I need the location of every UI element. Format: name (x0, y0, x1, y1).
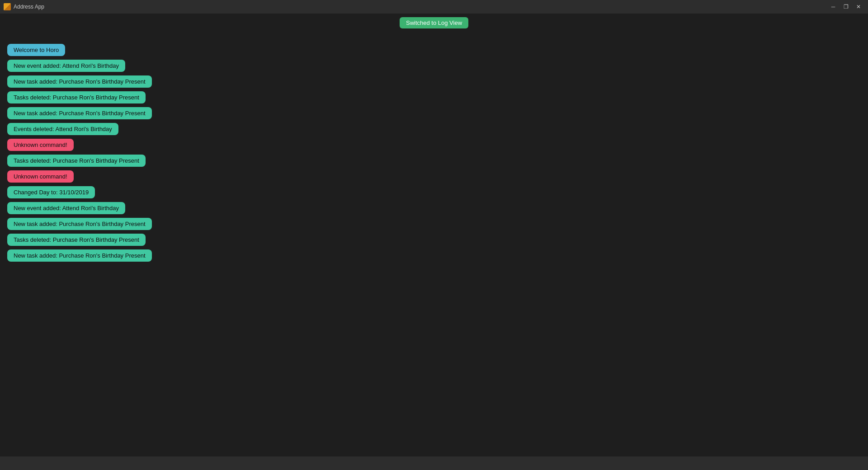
minimize-button[interactable]: ─ (827, 2, 839, 11)
main-content: Welcome to HoroNew event added: Attend R… (0, 31, 868, 456)
log-item: Events deleted: Attend Rori's Birthday (7, 123, 118, 135)
log-item: New task added: Purchase Ron's Birthday … (7, 75, 152, 88)
app-icon (4, 3, 11, 10)
log-item: Unknown command! (7, 139, 74, 151)
log-item: New event added: Attend Rori's Birthday (7, 60, 125, 72)
title-bar-text: Address App (14, 4, 44, 10)
notification-badge: Switched to Log View (400, 17, 468, 28)
title-bar-left: Address App (4, 3, 44, 10)
title-bar: Address App ─ ❐ ✕ (0, 0, 868, 14)
log-item: Changed Day to: 31/10/2019 (7, 186, 95, 198)
log-item: Tasks deleted: Purchase Ron's Birthday P… (7, 234, 146, 246)
log-item: New event added: Attend Rori's Birthday (7, 202, 125, 214)
log-item: Tasks deleted: Purchase Ron's Birthday P… (7, 91, 146, 103)
bottom-bar (0, 456, 868, 470)
log-item: Welcome to Horo (7, 44, 65, 56)
log-list[interactable]: Welcome to HoroNew event added: Attend R… (0, 40, 868, 456)
log-item: New task added: Purchase Ron's Birthday … (7, 107, 152, 119)
restore-button[interactable]: ❐ (840, 2, 852, 11)
log-item: Unknown command! (7, 170, 74, 183)
close-button[interactable]: ✕ (853, 2, 864, 11)
notification-area: Switched to Log View (400, 17, 468, 28)
log-item: New task added: Purchase Ron's Birthday … (7, 218, 152, 230)
log-item: New task added: Purchase Ron's Birthday … (7, 249, 152, 262)
log-item: Tasks deleted: Purchase Ron's Birthday P… (7, 155, 146, 167)
title-bar-controls: ─ ❐ ✕ (827, 2, 864, 11)
